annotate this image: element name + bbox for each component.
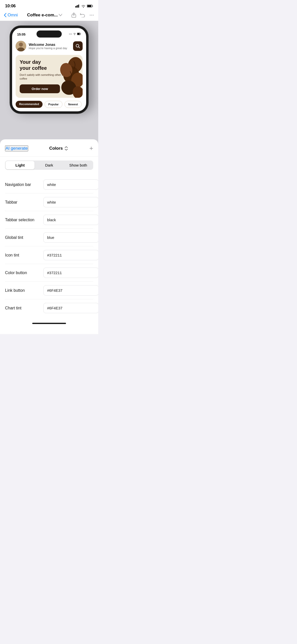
- svg-point-10: [74, 35, 75, 35]
- sheet-header: AI generate Colors +: [0, 139, 98, 156]
- phone-time: 15:05: [17, 31, 25, 36]
- color-input-icon-tint[interactable]: [43, 250, 98, 260]
- color-input-link-button[interactable]: [43, 285, 98, 296]
- svg-rect-1: [76, 6, 77, 8]
- color-input-wrapper-color-button: [43, 268, 98, 278]
- phone-content: Welcome Jonas Hope you're having a great…: [12, 38, 86, 111]
- svg-rect-12: [77, 33, 80, 35]
- color-row-chart-tint: Chart tint: [5, 299, 93, 317]
- welcome-title: Welcome Jonas: [29, 43, 67, 47]
- welcome-text: Welcome Jonas Hope you're having a great…: [29, 43, 67, 50]
- segment-dark[interactable]: Dark: [35, 161, 63, 169]
- tab-popular[interactable]: Popular: [45, 101, 62, 108]
- color-label-tabbar-selection: Tabbar selection: [5, 218, 40, 222]
- signal-icon: [75, 5, 80, 8]
- svg-rect-2: [77, 5, 78, 8]
- avatar: [16, 41, 26, 51]
- color-input-wrapper-tabbar: [43, 197, 98, 207]
- svg-rect-5: [87, 5, 91, 7]
- color-label-link-button: Link button: [5, 288, 40, 293]
- color-input-wrapper-chart-tint: [43, 303, 98, 313]
- segment-light[interactable]: Light: [6, 161, 35, 169]
- svg-point-9: [93, 15, 93, 16]
- dynamic-island: [37, 30, 62, 38]
- color-label-tabbar: Tabbar: [5, 200, 40, 205]
- color-label-navigation-bar: Navigation bar: [5, 182, 40, 187]
- welcome-left: Welcome Jonas Hope you're having a great…: [16, 41, 67, 51]
- svg-point-8: [91, 15, 92, 16]
- color-input-tabbar-selection[interactable]: [43, 215, 98, 225]
- segment-show-both[interactable]: Show both: [64, 161, 93, 169]
- tabs-section: Recommended Popular Newest: [16, 101, 83, 108]
- navigation-bar: Omni Coffee e-com...: [0, 11, 98, 21]
- color-input-wrapper-icon-tint: [43, 250, 98, 260]
- back-label: Omni: [8, 13, 18, 18]
- segment-control: Light Dark Show both: [5, 160, 93, 170]
- svg-rect-3: [78, 5, 79, 8]
- nav-title-text: Coffee e-com...: [27, 13, 58, 18]
- color-label-color-button: Color button: [5, 271, 40, 275]
- colors-list: Navigation bar Tabbar Tabbar selection G…: [0, 174, 98, 319]
- svg-point-7: [90, 15, 90, 16]
- phone-wifi-icon: [73, 33, 76, 35]
- tab-recommended[interactable]: Recommended: [16, 101, 43, 108]
- color-row-link-button: Link button: [5, 282, 93, 299]
- battery-icon: [87, 5, 93, 8]
- sheet-title: Colors: [49, 146, 68, 151]
- nav-actions: [72, 13, 94, 18]
- color-label-chart-tint: Chart tint: [5, 306, 40, 310]
- phone-status-icons: ····: [69, 33, 81, 36]
- phone-battery-icon: [77, 33, 81, 35]
- color-row-navigation-bar: Navigation bar: [5, 176, 93, 194]
- order-button[interactable]: Order now: [20, 84, 60, 93]
- color-label-global-tint: Global tint: [5, 235, 40, 240]
- more-icon[interactable]: [89, 13, 94, 18]
- color-row-tabbar-selection: Tabbar selection: [5, 211, 93, 229]
- color-row-icon-tint: Icon tint: [5, 246, 93, 264]
- status-bar: 10:06: [0, 0, 98, 11]
- color-input-global-tint[interactable]: [43, 232, 98, 243]
- color-row-color-button: Color button: [5, 264, 93, 282]
- chevron-left-icon: [4, 13, 7, 17]
- color-input-tabbar[interactable]: [43, 197, 98, 207]
- chevron-down-icon[interactable]: [59, 14, 62, 16]
- hero-card: Your dayyour coffee Don't satisfy with s…: [16, 55, 83, 98]
- sort-icon[interactable]: [64, 146, 68, 150]
- svg-point-14: [19, 43, 23, 47]
- color-label-icon-tint: Icon tint: [5, 253, 40, 257]
- home-indicator: [32, 323, 66, 324]
- color-input-navigation-bar[interactable]: [43, 179, 98, 190]
- phone-preview-area: 15:05 ····: [0, 21, 98, 144]
- welcome-subtitle: Hope you're having a great day: [29, 47, 67, 50]
- welcome-section: Welcome Jonas Hope you're having a great…: [16, 41, 83, 51]
- ai-generate-button[interactable]: AI generate: [5, 145, 28, 151]
- bottom-sheet: AI generate Colors + Light Dark Show bot…: [0, 139, 98, 334]
- color-input-wrapper-tabbar-selection: [43, 215, 98, 225]
- color-input-wrapper-navigation-bar: [43, 179, 98, 190]
- status-icons: [75, 5, 93, 8]
- sheet-title-text: Colors: [49, 146, 63, 151]
- color-row-tabbar: Tabbar: [5, 194, 93, 211]
- add-color-button[interactable]: +: [89, 144, 93, 152]
- color-input-wrapper-link-button: [43, 285, 98, 296]
- svg-rect-0: [75, 6, 76, 8]
- color-input-color-button[interactable]: [43, 268, 98, 278]
- search-button[interactable]: [73, 41, 83, 51]
- color-input-chart-tint[interactable]: [43, 303, 98, 313]
- share-icon[interactable]: [72, 13, 76, 18]
- coffee-beans-illustration: [56, 55, 83, 98]
- back-button[interactable]: Omni: [4, 13, 18, 18]
- phone-frame: 15:05 ····: [10, 26, 88, 113]
- undo-icon[interactable]: [80, 13, 85, 17]
- color-input-wrapper-global-tint: [43, 232, 98, 243]
- tab-newest[interactable]: Newest: [64, 101, 82, 108]
- nav-title: Coffee e-com...: [27, 13, 62, 18]
- wifi-icon: [81, 5, 85, 8]
- color-row-global-tint: Global tint: [5, 229, 93, 246]
- status-time: 10:06: [5, 4, 16, 9]
